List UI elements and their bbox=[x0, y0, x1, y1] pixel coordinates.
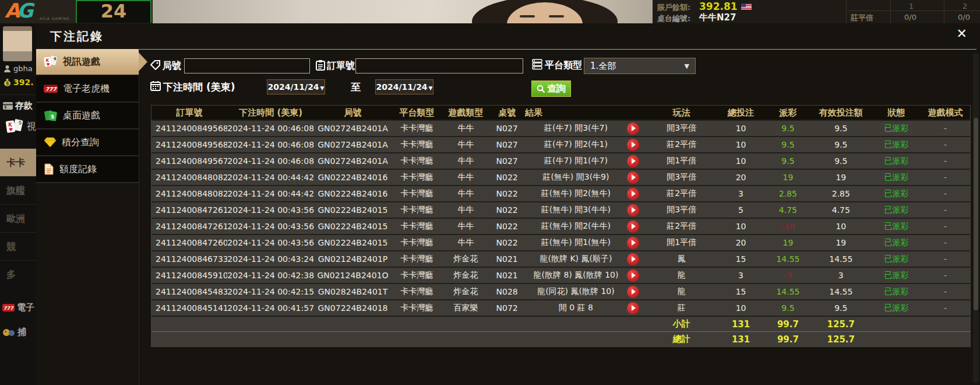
round-number-input[interactable] bbox=[184, 58, 310, 74]
sidebar-item-table-games[interactable]: $ 桌面遊戲 bbox=[36, 103, 139, 130]
table-row: 2411240084956792024-11-24 00:46:08GN0272… bbox=[151, 153, 970, 170]
play-video-button[interactable] bbox=[627, 302, 639, 314]
cell: GN02124B2401O bbox=[315, 271, 392, 280]
result-cell: 莊(牛7) 閒2(牛1) bbox=[525, 139, 647, 151]
play-video-button[interactable] bbox=[627, 237, 639, 249]
dealer-eyebrow bbox=[520, 15, 535, 18]
cell: 19 bbox=[766, 173, 810, 182]
chevron-down-icon: ▼ bbox=[685, 59, 689, 74]
play-video-button[interactable] bbox=[627, 286, 639, 298]
account-info-panel: 賬戶餘額: 392.81 桌台編號: 牛牛N27 1 2 莊平倍 0/0 0/0 bbox=[653, 0, 980, 23]
sidebar-rail bbox=[139, 49, 139, 385]
stats-value-2: 0/0 bbox=[958, 13, 970, 22]
cards-icon: 9 K ♥ bbox=[5, 118, 24, 135]
svg-text:♥: ♥ bbox=[47, 62, 50, 67]
balance-value: 392.81 bbox=[699, 1, 738, 12]
play-video-button[interactable] bbox=[627, 220, 639, 233]
cell: 卡卡灣廳 bbox=[391, 286, 442, 297]
table-row: 2411240084808212024-11-24 00:44:42GN0222… bbox=[151, 186, 970, 202]
platform-type-select[interactable]: 1.全部 ▼ bbox=[584, 58, 696, 74]
cell: 15 bbox=[716, 254, 766, 264]
cell: N028 bbox=[489, 287, 525, 296]
deposit-icon: $ bbox=[3, 102, 13, 110]
cell: 卡卡灣廳 bbox=[391, 221, 442, 232]
play-video-button[interactable] bbox=[627, 155, 639, 167]
user-avatar[interactable] bbox=[3, 26, 32, 61]
person-icon bbox=[3, 65, 11, 72]
cell: 241124008495679 bbox=[151, 156, 227, 166]
date-to-value: 2024/11/24 bbox=[376, 82, 427, 92]
video-games-label: 視 bbox=[27, 121, 36, 133]
result-text: 莊(無牛) 閒3(牛牛) bbox=[525, 205, 627, 215]
cell: 10 bbox=[716, 156, 766, 166]
modal-title: 下注記錄 bbox=[50, 29, 104, 44]
cell: 2.85 bbox=[766, 189, 810, 198]
play-video-button[interactable] bbox=[627, 253, 639, 265]
cell: 已派彩 bbox=[872, 123, 921, 134]
sidebar-item-slots[interactable]: 777 電子老虎機 bbox=[36, 76, 139, 103]
cell: 2024-11-24 00:44:42 bbox=[227, 173, 315, 182]
cell: 閒3平倍 bbox=[647, 172, 716, 183]
svg-text:777: 777 bbox=[3, 306, 14, 311]
bg-nav-item[interactable]: 多 bbox=[0, 260, 36, 288]
us-flag-icon bbox=[741, 4, 752, 10]
money-bag-icon: $ bbox=[3, 78, 11, 86]
date-from-value: 2024/11/24 bbox=[267, 82, 319, 92]
bg-nav-item[interactable]: 卡卡 bbox=[0, 148, 36, 176]
result-text: 莊(牛7) 閒2(牛1) bbox=[525, 139, 627, 150]
svg-text:9: 9 bbox=[54, 57, 57, 61]
sidebar-item-points[interactable]: 積分查詢 bbox=[36, 130, 139, 156]
order-number-input[interactable] bbox=[355, 58, 523, 74]
sidebar-item-label: 額度記錄 bbox=[59, 163, 97, 176]
play-video-button[interactable] bbox=[627, 270, 639, 282]
fishing-shortcut[interactable]: 捕 bbox=[2, 327, 26, 338]
cell: 莊2平倍 bbox=[647, 221, 716, 232]
bg-nav-item[interactable]: 歐洲 bbox=[0, 204, 36, 232]
cell: 19 bbox=[810, 238, 872, 247]
bg-nav-item[interactable]: 競 bbox=[0, 232, 36, 260]
cell: N022 bbox=[489, 189, 525, 198]
svg-text:777: 777 bbox=[45, 86, 58, 92]
cell: 241124008459101 bbox=[151, 271, 227, 280]
column-header: 派彩 bbox=[766, 107, 810, 118]
svg-text:9: 9 bbox=[19, 121, 22, 126]
play-video-button[interactable] bbox=[627, 204, 639, 216]
cell: 125.7 bbox=[810, 319, 872, 330]
column-header: 遊戲類型 bbox=[442, 107, 489, 118]
cell: 已派彩 bbox=[872, 254, 921, 264]
play-video-button[interactable] bbox=[627, 123, 639, 135]
cell: 卡卡灣廳 bbox=[391, 205, 442, 215]
slots-shortcut[interactable]: 777 電子 bbox=[2, 302, 34, 313]
video-games-shortcut[interactable]: 9 K ♥ 視 bbox=[5, 118, 36, 135]
deposit-button[interactable]: $ 存款 bbox=[3, 100, 33, 111]
cell: 2024-11-24 00:43:56 bbox=[227, 205, 315, 215]
play-video-button[interactable] bbox=[627, 139, 639, 151]
date-from-picker[interactable]: 2024/11/24▼ bbox=[267, 79, 325, 94]
cell: 已派彩 bbox=[872, 221, 921, 232]
cell: 9.5 bbox=[810, 303, 872, 313]
cell: GN02224B24016 bbox=[315, 173, 392, 182]
svg-text:$: $ bbox=[4, 105, 7, 110]
chevron-down-icon: ▼ bbox=[429, 85, 433, 91]
table-number-value: 牛牛N27 bbox=[699, 12, 736, 23]
sidebar-item-credit-records[interactable]: 額度記錄 bbox=[36, 156, 139, 183]
date-to-picker[interactable]: 2024/11/24▼ bbox=[375, 79, 433, 94]
play-video-button[interactable] bbox=[627, 172, 639, 184]
play-video-button[interactable] bbox=[627, 188, 639, 200]
column-header: 局號 bbox=[315, 107, 392, 118]
table-row: 2411240084956802024-11-24 00:46:08GN0272… bbox=[151, 137, 970, 153]
cell: 10 bbox=[716, 140, 766, 149]
background-left-sidebar: gbha $ 392. $ 存款 9 K ♥ 視 卡卡旗艦歐洲競多 777 電子 bbox=[0, 23, 36, 385]
column-header: 下注時間 (美東) bbox=[227, 107, 315, 118]
cell: 已派彩 bbox=[872, 286, 921, 297]
to-label: 至 bbox=[351, 80, 361, 94]
cell: 9.5 bbox=[810, 156, 872, 166]
scrollbar-thumb[interactable] bbox=[974, 118, 978, 310]
cell: 3 bbox=[716, 271, 766, 280]
close-icon[interactable]: ✕ bbox=[957, 27, 967, 40]
query-button[interactable]: 查詢 bbox=[531, 80, 571, 97]
ag-logo-g: G bbox=[17, 0, 33, 22]
cell: N072 bbox=[489, 303, 525, 313]
sidebar-item-video-games[interactable]: 9 K ♥ 視訊遊戲 bbox=[36, 49, 139, 76]
bg-nav-item[interactable]: 旗艦 bbox=[0, 176, 36, 204]
